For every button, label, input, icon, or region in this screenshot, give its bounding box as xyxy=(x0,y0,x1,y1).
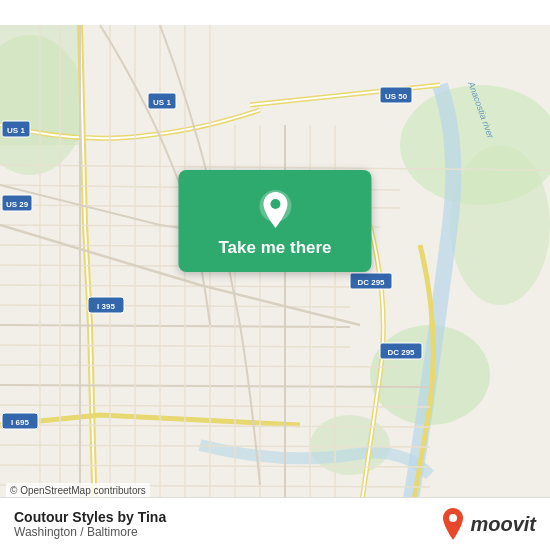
moovit-text: moovit xyxy=(470,513,536,536)
attribution-text: © OpenStreetMap contributors xyxy=(10,485,146,496)
cta-button-container: Take me there xyxy=(178,170,371,272)
svg-text:I 395: I 395 xyxy=(97,302,115,311)
svg-point-55 xyxy=(270,199,280,209)
location-name: Coutour Styles by Tina xyxy=(14,509,166,525)
svg-text:US 50: US 50 xyxy=(385,92,408,101)
cta-button-label: Take me there xyxy=(218,238,331,258)
bottom-bar: Coutour Styles by Tina Washington / Balt… xyxy=(0,497,550,550)
location-pin-icon xyxy=(257,190,293,230)
location-city: Washington / Baltimore xyxy=(14,525,166,539)
map-svg: US 29 US 1 US 1 US 50 I 395 I 695 DC 295… xyxy=(0,0,550,550)
svg-text:US 29: US 29 xyxy=(6,200,29,209)
svg-text:US 1: US 1 xyxy=(153,98,171,107)
moovit-logo-icon xyxy=(440,508,466,540)
map-container: US 29 US 1 US 1 US 50 I 395 I 695 DC 295… xyxy=(0,0,550,550)
moovit-logo: moovit xyxy=(440,508,536,540)
svg-text:US 1: US 1 xyxy=(7,126,25,135)
take-me-there-button[interactable]: Take me there xyxy=(178,170,371,272)
svg-text:DC 295: DC 295 xyxy=(387,348,415,357)
location-info: Coutour Styles by Tina Washington / Balt… xyxy=(14,509,166,539)
svg-point-56 xyxy=(449,514,457,522)
svg-text:DC 295: DC 295 xyxy=(357,278,385,287)
svg-text:I 695: I 695 xyxy=(11,418,29,427)
map-attribution: © OpenStreetMap contributors xyxy=(6,483,150,498)
